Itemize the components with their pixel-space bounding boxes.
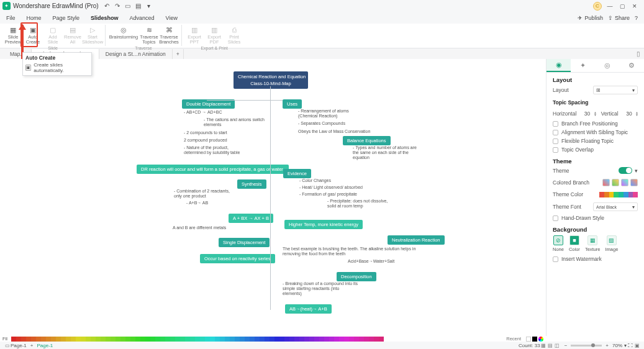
view3-icon[interactable]: ◫ <box>554 342 561 349</box>
panel-toggle-icon[interactable]: ▯ <box>633 50 644 57</box>
node-evidence[interactable]: Evidence <box>283 169 311 178</box>
chk-overlap[interactable]: Topic Overlap <box>546 145 644 154</box>
palette-cell[interactable] <box>71 337 76 342</box>
bg-texture[interactable]: ▦Texture <box>585 235 601 252</box>
palette-cell[interactable] <box>175 337 180 342</box>
palette-cell[interactable] <box>86 337 91 342</box>
menu-slideshow[interactable]: Slideshow <box>91 15 119 21</box>
rtab-settings[interactable]: ⚙ <box>620 59 644 72</box>
palette-cell[interactable] <box>190 337 195 342</box>
zoom-out[interactable]: − <box>565 343 568 348</box>
menu-view[interactable]: View <box>166 15 178 21</box>
page-tab-1[interactable]: Page-1 <box>11 343 27 348</box>
palette-cell[interactable] <box>364 337 369 342</box>
palette-cell[interactable] <box>111 337 116 342</box>
palette-cell[interactable] <box>41 337 46 342</box>
palette-cell[interactable] <box>145 337 150 342</box>
fit-icon[interactable]: ⛶ <box>627 342 633 349</box>
palette-cell[interactable] <box>150 337 155 342</box>
palette-cell[interactable] <box>180 337 185 342</box>
palette-cell[interactable] <box>140 337 145 342</box>
chk-flex-float[interactable]: Flexible Floating Topic <box>546 137 644 145</box>
palette-cell[interactable] <box>66 337 71 342</box>
node-single-displacement[interactable]: Single Displacement <box>219 238 270 247</box>
save-icon[interactable]: ▤ <box>134 2 143 11</box>
palette-cell[interactable] <box>16 337 21 342</box>
palette-cell[interactable] <box>96 337 101 342</box>
palette-cell[interactable] <box>116 337 120 342</box>
undo-icon[interactable]: ↶ <box>102 2 111 11</box>
palette-cell[interactable] <box>21 337 26 342</box>
page-tab-active[interactable]: Page-1 <box>37 343 53 348</box>
palette-cell[interactable] <box>91 337 96 342</box>
palette-cell[interactable] <box>274 337 279 342</box>
palette-cell[interactable] <box>374 337 379 342</box>
palette-cell[interactable] <box>215 337 220 342</box>
palette-cell[interactable] <box>334 337 339 342</box>
palette-cell[interactable] <box>225 337 230 342</box>
palette-cell[interactable] <box>81 337 86 342</box>
horizontal-spacing-input[interactable]: 30▴▾ <box>582 111 596 117</box>
chk-watermark[interactable]: Insert Watermark <box>546 255 644 263</box>
palette-cell[interactable] <box>210 337 215 342</box>
palette-cell[interactable] <box>339 337 344 342</box>
traverse-branches-button[interactable]: ⌘TraverseBranches <box>160 25 178 45</box>
publish-button[interactable]: ✈ Publish <box>578 15 603 21</box>
fullscreen-icon[interactable]: ▣ <box>633 342 640 349</box>
theme-toggle[interactable] <box>619 167 632 174</box>
palette-cell[interactable] <box>255 337 260 342</box>
palette-cell[interactable] <box>235 337 240 342</box>
canvas-area[interactable]: Chemical Reaction and EquationClass-10-M… <box>0 59 546 336</box>
node-uses[interactable]: Uses <box>283 99 302 109</box>
bg-none[interactable]: ⊘None <box>553 235 564 252</box>
node-double-displacement[interactable]: Double Displacement <box>182 99 235 109</box>
view2-icon[interactable]: ▤ <box>547 342 554 349</box>
palette-cell[interactable] <box>185 337 190 342</box>
rtab-style[interactable]: ◉ <box>546 59 571 72</box>
palette-cell[interactable] <box>294 337 299 342</box>
palette-cell[interactable] <box>220 337 225 342</box>
palette-cell[interactable] <box>344 337 349 342</box>
remove-all-button[interactable]: ▤RemoveAll <box>63 25 82 45</box>
palette-cell[interactable] <box>130 337 135 342</box>
view1-icon[interactable]: ▦ <box>540 342 547 349</box>
palette-cell[interactable] <box>205 337 210 342</box>
palette-cell[interactable] <box>299 337 304 342</box>
palette-cell[interactable] <box>165 337 170 342</box>
colored-branch-swatches[interactable] <box>602 179 638 186</box>
palette-cell[interactable] <box>250 337 255 342</box>
bg-color[interactable]: ■Color <box>569 235 580 252</box>
palette-cell[interactable] <box>135 337 140 342</box>
export-pdf-button[interactable]: ▥ExportPDF <box>205 25 224 45</box>
recent-swatch[interactable] <box>532 337 537 342</box>
export-ppt-button[interactable]: ▥ExportPPT <box>185 25 204 45</box>
share-button[interactable]: ⇪ Share <box>608 15 630 21</box>
node-synthesis[interactable]: Synthesis <box>237 179 266 189</box>
node-higher-temp[interactable]: Higher Temp, more kinetic energy <box>284 220 363 229</box>
menu-page-style[interactable]: Page Style <box>53 15 80 21</box>
palette-cell[interactable] <box>101 337 106 342</box>
add-slide-button[interactable]: ▢AddSlide <box>43 25 62 45</box>
traverse-topics-button[interactable]: ≋TraverseTopics <box>140 25 158 45</box>
palette-cell[interactable] <box>319 337 324 342</box>
recent-swatch[interactable] <box>526 337 531 342</box>
palette-cell[interactable] <box>284 337 289 342</box>
palette-cell[interactable] <box>51 337 56 342</box>
palette-cells[interactable] <box>11 337 384 342</box>
pages-icon[interactable]: ▭ <box>4 342 11 349</box>
menu-home[interactable]: Home <box>27 15 42 21</box>
menu-advanced[interactable]: Advanced <box>130 15 155 21</box>
palette-cell[interactable] <box>56 337 61 342</box>
node-balance[interactable]: Balance Equations <box>343 136 391 145</box>
start-slideshow-button[interactable]: ▷StartSlideshow <box>83 25 102 45</box>
palette-cell[interactable] <box>46 337 51 342</box>
palette-cell[interactable] <box>324 337 329 342</box>
palette-cell[interactable] <box>379 337 384 342</box>
more-icon[interactable]: ▾ <box>145 2 153 11</box>
palette-cell[interactable] <box>359 337 364 342</box>
palette-cell[interactable] <box>76 337 81 342</box>
rtab-sparkle[interactable]: ✦ <box>571 59 595 72</box>
palette-cell[interactable] <box>270 337 274 342</box>
brainstorming-button[interactable]: ◎Brainstorming <box>109 25 138 45</box>
theme-more[interactable]: ▾ <box>635 168 638 174</box>
